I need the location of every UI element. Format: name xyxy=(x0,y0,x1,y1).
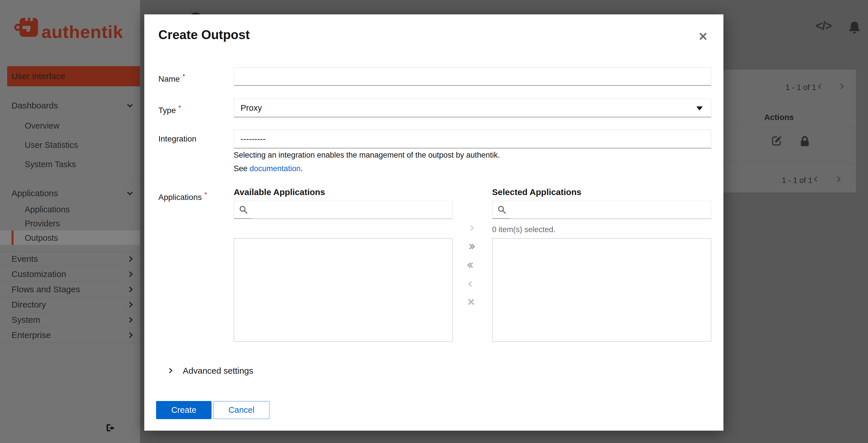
sidebar-item-outposts-label[interactable]: Outposts xyxy=(25,233,58,243)
chevron-right-icon xyxy=(127,302,133,307)
type-select[interactable]: Proxy xyxy=(234,98,711,117)
name-label: Name* xyxy=(158,67,185,86)
pagination-bottom-prev-icon[interactable] xyxy=(814,177,818,182)
selected-search xyxy=(492,201,711,219)
pagination-top-next-icon[interactable] xyxy=(839,84,843,89)
close-icon[interactable]: ✕ xyxy=(693,28,713,44)
chevron-right-icon xyxy=(127,332,133,338)
available-search xyxy=(234,201,453,219)
create-outpost-modal: Create Outpost ✕ Name* Type* Proxy Integ… xyxy=(144,14,723,431)
advanced-settings-label[interactable]: Advanced settings xyxy=(183,366,253,376)
cancel-button[interactable]: Cancel xyxy=(213,401,270,419)
chevron-down-icon xyxy=(127,102,133,108)
type-label: Type* xyxy=(158,98,181,117)
move-all-left-icon[interactable] xyxy=(465,260,477,271)
pagination-top-text: 1 - 1 of 1 xyxy=(785,83,816,92)
sidebar-group-system[interactable]: System xyxy=(0,313,140,328)
chevron-right-icon xyxy=(127,256,133,262)
active-item-indicator xyxy=(11,230,13,245)
sidebar-group-applications[interactable]: Applications xyxy=(0,185,140,201)
sidebar-group-dashboards[interactable]: Dashboards xyxy=(0,98,140,113)
create-button[interactable]: Create xyxy=(156,401,212,419)
documentation-link[interactable]: documentation xyxy=(250,164,301,173)
modal-title: Create Outpost xyxy=(158,28,250,42)
edit-icon[interactable] xyxy=(771,135,782,146)
name-input[interactable] xyxy=(234,67,711,86)
chevron-right-icon xyxy=(127,317,133,323)
integration-label: Integration xyxy=(158,129,196,148)
outposts-table-card xyxy=(701,69,856,193)
sidebar-item-providers[interactable]: Providers xyxy=(25,219,60,228)
actions-column-header: Actions xyxy=(764,113,794,122)
code-icon[interactable]: </> xyxy=(816,19,832,33)
available-applications-header: Available Applications xyxy=(234,187,325,197)
sign-out-icon[interactable] xyxy=(106,423,116,432)
sidebar-item-system-tasks[interactable]: System Tasks xyxy=(25,160,76,169)
move-selected-right-icon[interactable] xyxy=(465,222,477,234)
bell-icon[interactable] xyxy=(847,20,862,34)
integration-select[interactable]: --------- xyxy=(234,129,711,148)
pagination-top-prev-icon[interactable] xyxy=(818,84,823,89)
selected-search-input[interactable] xyxy=(510,201,711,218)
clear-icon[interactable]: ✕ xyxy=(465,296,477,308)
move-selected-left-icon[interactable] xyxy=(465,278,477,290)
pagination-bottom-text: 1 - 1 of 1 xyxy=(782,176,812,185)
required-asterisk: * xyxy=(179,104,181,112)
integration-help-text: Selecting an integration enables the man… xyxy=(234,151,500,160)
sidebar-item-outposts-active[interactable] xyxy=(0,230,140,245)
sidebar-group-flows-and-stages[interactable]: Flows and Stages xyxy=(0,282,140,297)
integration-help-line2: See documentation. xyxy=(234,164,303,173)
table-divider xyxy=(701,163,856,163)
pagination-bottom-next-icon[interactable] xyxy=(836,177,840,182)
search-icon xyxy=(239,205,248,214)
required-asterisk: * xyxy=(204,191,207,199)
authentik-admin-screen: </> 1 - 1 of 1 Actions 1 - 1 of 1 authen… xyxy=(0,0,868,443)
sidebar-item-overview[interactable]: Overview xyxy=(25,121,60,130)
sidebar-collapsed-groups: Events Customization Flows and Stages Di… xyxy=(0,251,140,343)
applications-label: Applications* xyxy=(158,191,207,202)
sidebar-item-user-interface[interactable]: User interface xyxy=(7,66,140,86)
search-icon xyxy=(497,205,506,214)
move-all-right-icon[interactable] xyxy=(465,241,477,252)
sidebar-group-directory[interactable]: Directory xyxy=(0,297,140,313)
advanced-settings-toggle[interactable] xyxy=(168,368,172,374)
lock-icon[interactable] xyxy=(800,136,810,147)
sidebar: authentik User interface Dashboards Over… xyxy=(0,0,140,443)
chevron-down-icon xyxy=(127,189,133,195)
sidebar-group-customization[interactable]: Customization xyxy=(0,267,140,282)
chevron-right-icon xyxy=(127,271,133,277)
authentik-logo[interactable]: authentik xyxy=(14,14,134,47)
chevron-right-icon xyxy=(127,287,133,292)
table-divider xyxy=(701,128,856,128)
available-search-input[interactable] xyxy=(251,201,452,218)
chevron-down-icon xyxy=(696,107,703,111)
sidebar-item-user-statistics[interactable]: User Statistics xyxy=(25,140,78,150)
svg-text:authentik: authentik xyxy=(41,22,123,42)
selected-applications-listbox[interactable] xyxy=(492,238,711,342)
available-applications-listbox[interactable] xyxy=(234,238,453,342)
selected-applications-header: Selected Applications xyxy=(492,187,582,197)
sidebar-group-enterprise[interactable]: Enterprise xyxy=(0,328,140,343)
sidebar-item-applications[interactable]: Applications xyxy=(25,205,69,214)
selected-count-status: 0 item(s) selected. xyxy=(492,225,556,234)
sidebar-group-events[interactable]: Events xyxy=(0,252,140,267)
required-asterisk: * xyxy=(183,72,185,80)
